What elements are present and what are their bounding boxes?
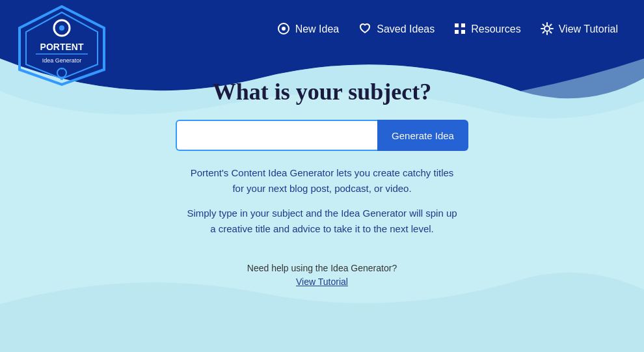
svg-line-23	[550, 31, 551, 33]
nav-new-idea-label: New Idea	[295, 23, 340, 35]
subject-input[interactable]	[176, 120, 377, 151]
main-content: What is your subject? Generate Idea Port…	[0, 59, 644, 352]
input-row: Generate Idea	[176, 120, 468, 151]
page-title: What is your subject?	[213, 78, 431, 105]
svg-line-22	[543, 24, 544, 25]
svg-line-25	[543, 31, 544, 33]
svg-point-17	[544, 26, 550, 31]
content-area: What is your subject? Generate Idea Port…	[0, 59, 644, 288]
new-idea-icon	[277, 22, 290, 37]
svg-rect-15	[455, 30, 459, 34]
sun-icon	[541, 22, 554, 37]
svg-rect-14	[461, 23, 465, 27]
heart-icon	[358, 22, 371, 37]
nav-resources-label: Resources	[471, 23, 520, 35]
nav-view-tutorial[interactable]: View Tutorial	[541, 22, 618, 37]
svg-rect-16	[461, 30, 465, 34]
svg-point-3	[59, 25, 64, 31]
nav-view-tutorial-label: View Tutorial	[559, 23, 618, 35]
header: PORTENT Idea Generator New Idea	[0, 0, 644, 59]
nav-resources[interactable]: Resources	[454, 23, 520, 36]
help-section: Need help using the Idea Generator? View…	[247, 263, 397, 288]
logo: PORTENT Idea Generator	[13, 3, 111, 88]
grid-icon	[454, 23, 466, 36]
svg-line-24	[550, 24, 551, 25]
nav-saved-ideas[interactable]: Saved Ideas	[358, 22, 435, 37]
nav-new-idea[interactable]: New Idea	[277, 22, 340, 37]
nav: New Idea Saved Ideas Resources	[277, 22, 618, 37]
description-1: Portent's Content Idea Generator lets yo…	[185, 165, 459, 196]
svg-rect-13	[455, 23, 459, 27]
svg-text:Idea Generator: Idea Generator	[42, 57, 82, 64]
generate-idea-button[interactable]: Generate Idea	[377, 120, 468, 151]
help-text: Need help using the Idea Generator?	[247, 263, 397, 273]
nav-saved-ideas-label: Saved Ideas	[377, 23, 435, 35]
view-tutorial-link[interactable]: View Tutorial	[296, 277, 348, 287]
svg-point-12	[282, 27, 286, 31]
svg-text:PORTENT: PORTENT	[40, 42, 84, 52]
description-2: Simply type in your subject and the Idea…	[185, 206, 459, 237]
